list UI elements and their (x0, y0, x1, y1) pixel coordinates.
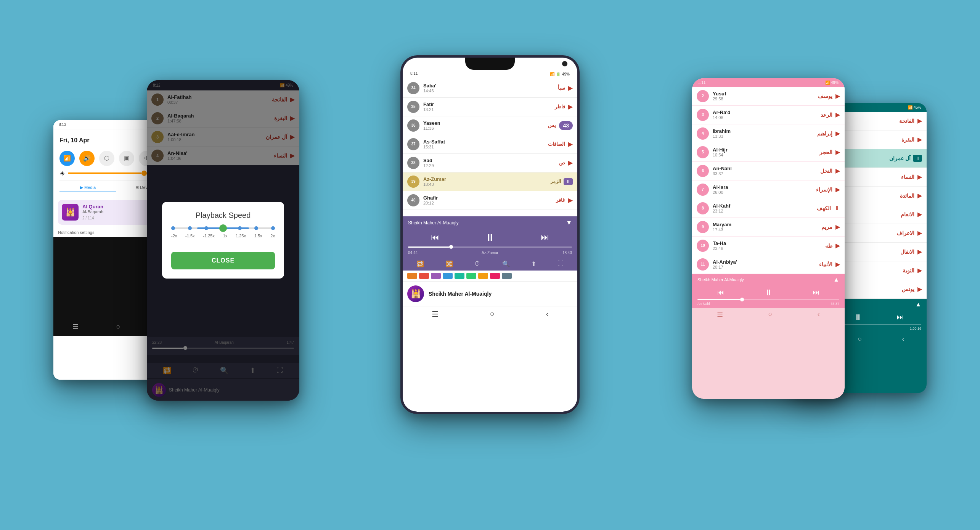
app-icon: 🕌 (62, 204, 79, 221)
surah-item-39[interactable]: 39 Az-Zumar 18:43 الزمر ⏸ (403, 172, 577, 191)
prev-track-btn[interactable]: ⏮ (431, 232, 439, 242)
volume-toggle[interactable]: 🔊 (79, 151, 95, 166)
fullscreen-btn[interactable]: ⛶ (557, 260, 564, 267)
nav-home-center[interactable]: ○ (490, 309, 495, 319)
play-fr4[interactable]: ▶ (917, 173, 922, 180)
play-r7[interactable]: ⏸ (834, 205, 840, 212)
nav-menu-icon[interactable]: ☰ (72, 322, 79, 331)
speed-thumb[interactable] (219, 224, 227, 232)
status-icons-center: 📶🔋49% (550, 71, 570, 77)
search-btn[interactable]: 🔍 (502, 260, 510, 267)
play-fr7[interactable]: ▶ (917, 229, 922, 237)
play-40[interactable]: ▶ (568, 197, 573, 204)
surah-item-36[interactable]: 36 Yaseen 11:36 يس 43 (403, 116, 577, 135)
nav-menu-center[interactable]: ☰ (432, 309, 439, 319)
play-fr1[interactable]: ▶ (917, 117, 922, 124)
num-36: 36 (407, 119, 419, 132)
play-35[interactable]: ▶ (568, 103, 573, 110)
num-39: 39 (407, 176, 419, 188)
sr-yusuf[interactable]: 2 Yusuf 29:58 يوسف ▶ (692, 87, 845, 106)
chevron-up-fr[interactable]: ▲ (915, 301, 921, 308)
swatch-1[interactable] (407, 273, 417, 279)
shuffle-btn[interactable]: 🔀 (445, 260, 453, 267)
play-r9[interactable]: ▶ (835, 242, 840, 249)
surah-item-40[interactable]: 40 Ghafir 20:12 غافر ▶ (403, 191, 577, 210)
play-r1[interactable]: ▶ (835, 92, 840, 100)
swatch-7[interactable] (478, 273, 488, 279)
share-btn[interactable]: ⬆ (531, 260, 536, 267)
num-38: 38 (407, 157, 419, 169)
next-right[interactable]: ⏭ (813, 288, 819, 296)
swatch-3[interactable] (431, 273, 441, 279)
nav-home-fr[interactable]: ○ (858, 335, 862, 343)
pause-fr3[interactable]: ⏸ (913, 155, 922, 162)
reciter-selector[interactable]: Sheikh Maher Al-Muaiqly ▼ (403, 216, 577, 229)
speed-slider[interactable]: -2x -1.5x -1.25x 1x 1.25x 1.5x 2x (171, 227, 275, 238)
surah-item-35[interactable]: 35 Fatir 13:21 فاطر ▶ (403, 98, 577, 116)
time-center: 8:11 (410, 71, 418, 77)
status-right: 📶 49% (825, 81, 839, 85)
play-38[interactable]: ▶ (568, 159, 573, 166)
play-fr9[interactable]: ▶ (917, 267, 922, 274)
prev-right[interactable]: ⏮ (717, 288, 724, 296)
play-fr6[interactable]: ▶ (917, 211, 922, 218)
swatch-4[interactable] (443, 273, 453, 279)
play-r5[interactable]: ▶ (835, 167, 840, 174)
pause-right[interactable]: ⏸ (764, 288, 773, 298)
nav-back-center[interactable]: ‹ (546, 309, 549, 319)
dot-3 (204, 226, 208, 230)
sr-hijr[interactable]: 5 Al-Hijr 10:54 الحجر ▶ (692, 143, 845, 162)
nav-home-right[interactable]: ○ (768, 310, 773, 319)
sr-taha[interactable]: 10 Ta-Ha 23:48 طه ▶ (692, 237, 845, 255)
play-37[interactable]: ▶ (568, 140, 573, 148)
sr-ibrahim[interactable]: 4 Ibrahim 13:33 إبراهيم ▶ (692, 124, 845, 143)
play-r4[interactable]: ▶ (835, 148, 840, 156)
play-fr5[interactable]: ▶ (917, 192, 922, 199)
swatch-8[interactable] (490, 273, 500, 279)
surah-item-37[interactable]: 37 As-Saffat 15:31 الصافات ▶ (403, 135, 577, 154)
sr-isra[interactable]: 7 Al-Isra 26:00 الإسراء ▶ (692, 180, 845, 199)
play-fr10[interactable]: ▶ (917, 285, 922, 293)
pause-fr[interactable]: ⏸ (854, 313, 862, 322)
swatch-2[interactable] (419, 273, 429, 279)
surah-item-38[interactable]: 38 Sad 12:29 ص ▶ (403, 154, 577, 172)
play-r3[interactable]: ▶ (835, 130, 840, 137)
notif-info: Al Quran Al-Baqarah 2 / 114 (82, 204, 103, 221)
play-r2[interactable]: ▶ (835, 111, 840, 118)
nav-back-right[interactable]: ‹ (818, 310, 820, 319)
play-r6[interactable]: ▶ (835, 186, 840, 193)
pause-badge-39[interactable]: ⏸ (564, 178, 573, 185)
dropdown-icon[interactable]: ▼ (566, 219, 572, 226)
swatch-5[interactable] (455, 273, 464, 279)
nfc-toggle[interactable]: ▣ (119, 151, 134, 166)
sr-arad[interactable]: 3 Ar-Ra'd 14:08 الرعد ▶ (692, 106, 845, 124)
bluetooth-toggle[interactable]: ⬡ (99, 151, 114, 166)
close-button[interactable]: CLOSE (171, 252, 275, 269)
play-34[interactable]: ▶ (568, 84, 573, 92)
reciter-right: Sheikh Maher Al-Muaiqly (697, 277, 744, 282)
sr-nahl[interactable]: 6 An-Nahl 33:37 النحل ▶ (692, 162, 845, 180)
nav-back-fr[interactable]: ‹ (902, 335, 904, 343)
play-r10[interactable]: ▶ (835, 261, 840, 268)
num-34: 34 (407, 82, 419, 94)
next-fr[interactable]: ⏭ (897, 313, 904, 321)
repeat-btn[interactable]: 🔁 (416, 260, 424, 267)
wifi-toggle[interactable]: 📶 (59, 151, 75, 166)
nav-home-icon[interactable]: ○ (116, 323, 120, 331)
sr-kahf[interactable]: 8 Al-Kahf 23:12 الكهف ⏸ (692, 199, 845, 218)
tab-media[interactable]: ▶ Media (59, 184, 116, 192)
sr-anbiya[interactable]: 11 Al-Anbiya' 20:17 الأنبياء ▶ (692, 255, 845, 274)
chevron-up-right[interactable]: ▲ (833, 276, 839, 283)
swatch-6[interactable] (466, 273, 476, 279)
swatch-9[interactable] (502, 273, 512, 279)
surah-item-34[interactable]: 34 Saba' 14:46 سبأ ▶ (403, 79, 577, 98)
playback-speed-dialog: Playback Speed (162, 202, 284, 279)
timer-btn[interactable]: ⏱ (474, 260, 480, 267)
play-r8[interactable]: ▶ (835, 223, 840, 230)
sr-maryam[interactable]: 9 Maryam 17:43 مريم ▶ (692, 218, 845, 237)
next-track-btn[interactable]: ⏭ (541, 232, 549, 242)
play-pause-btn[interactable]: ⏸ (485, 232, 495, 243)
play-fr2[interactable]: ▶ (917, 136, 922, 143)
play-fr8[interactable]: ▶ (917, 248, 922, 255)
nav-menu-right[interactable]: ☰ (717, 310, 723, 319)
